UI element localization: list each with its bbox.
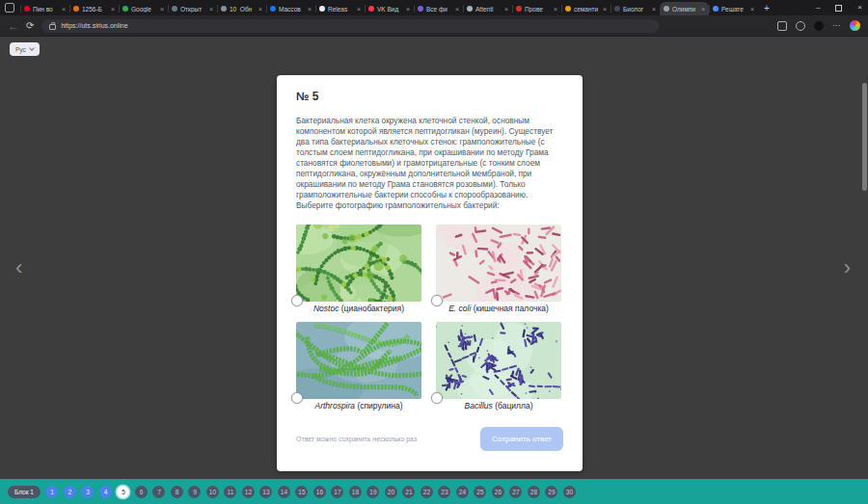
next-question-arrow[interactable]: › <box>844 257 851 279</box>
question-1-button[interactable]: 1 <box>45 486 58 498</box>
url-bar[interactable]: https://uts.sirius.online <box>41 19 659 33</box>
question-20-button[interactable]: 20 <box>385 486 397 498</box>
question-22-button[interactable]: 22 <box>420 486 433 498</box>
profile-avatar[interactable] <box>850 20 860 31</box>
tab-title: Attenti <box>475 6 502 13</box>
option-image-nostoc[interactable] <box>296 225 421 302</box>
tab-favicon-icon <box>270 6 276 12</box>
question-26-button[interactable]: 26 <box>492 486 504 498</box>
option-image-arthrospira[interactable] <box>296 322 421 399</box>
tab-close-icon[interactable]: × <box>603 6 607 13</box>
question-5-button[interactable]: 5 <box>117 486 129 498</box>
tab-close-icon[interactable]: × <box>209 6 213 13</box>
radio-button[interactable] <box>291 392 303 404</box>
tab-close-icon[interactable]: × <box>111 6 115 13</box>
question-14-button[interactable]: 14 <box>278 486 290 498</box>
tab-title: Открыт <box>180 6 206 13</box>
extension-dark-icon[interactable] <box>814 21 824 31</box>
save-answer-button[interactable]: Сохранить ответ <box>480 427 563 451</box>
tab-close-icon[interactable]: × <box>554 6 557 13</box>
question-6-button[interactable]: 6 <box>135 486 148 498</box>
radio-button[interactable] <box>431 295 443 306</box>
toolbar-actions: ⋯ <box>777 20 860 31</box>
browser-tab[interactable]: Все фи× <box>414 2 463 15</box>
sidebar-icon[interactable] <box>777 21 787 31</box>
question-29-button[interactable]: 29 <box>545 486 557 498</box>
question-3-button[interactable]: 3 <box>81 486 94 498</box>
option-image-bacillus[interactable] <box>436 322 561 399</box>
browser-tab[interactable]: Google× <box>119 2 168 15</box>
block-selector[interactable]: Блок 1 <box>8 486 41 498</box>
tab-close-icon[interactable]: × <box>406 6 410 13</box>
question-27-button[interactable]: 27 <box>509 486 522 498</box>
tab-close-icon[interactable]: × <box>62 6 66 13</box>
answer-option[interactable]: Nostoc (цианобактерия) <box>296 225 421 313</box>
question-16-button[interactable]: 16 <box>313 486 326 498</box>
browser-tab[interactable]: семанти× <box>561 2 610 15</box>
tab-close-icon[interactable]: × <box>701 6 705 13</box>
radio-button[interactable] <box>291 295 303 306</box>
tab-close-icon[interactable]: × <box>160 6 164 13</box>
prev-question-arrow[interactable]: ‹ <box>15 257 22 279</box>
browser-toolbar: ← ⟳ https://uts.sirius.online ⋯ <box>0 15 868 37</box>
browser-tab[interactable]: Attenti× <box>463 2 512 15</box>
minimize-button[interactable]: – <box>816 4 820 12</box>
radio-button[interactable] <box>431 392 443 404</box>
scrollbar-thumb[interactable] <box>862 83 867 191</box>
browser-tab[interactable]: Массов× <box>266 2 315 15</box>
reload-button[interactable]: ⟳ <box>26 20 34 31</box>
question-13-button[interactable]: 13 <box>259 486 272 498</box>
question-25-button[interactable]: 25 <box>474 486 486 498</box>
tab-close-icon[interactable]: × <box>750 6 754 13</box>
question-28-button[interactable]: 28 <box>528 486 540 498</box>
page-content: Рус ‹ › № 5 Бактериальная клетка окружен… <box>0 38 868 479</box>
browser-tab[interactable]: VK Вид× <box>365 2 414 15</box>
new-tab-button[interactable]: + <box>764 3 770 13</box>
tab-search-icon[interactable] <box>5 3 14 13</box>
question-10-button[interactable]: 10 <box>206 486 219 498</box>
browser-tab[interactable]: Решате× <box>709 2 758 15</box>
browser-tab[interactable]: Олимпи× <box>660 2 709 15</box>
question-4-button[interactable]: 4 <box>99 486 112 498</box>
tab-close-icon[interactable]: × <box>308 6 312 13</box>
question-24-button[interactable]: 24 <box>456 486 469 498</box>
browser-tab[interactable]: Releas× <box>315 2 365 15</box>
more-menu-icon[interactable]: ⋯ <box>832 21 841 30</box>
back-button[interactable]: ← <box>8 20 18 32</box>
question-text: Бактериальная клетка окружена клеточной … <box>296 116 563 211</box>
question-30-button[interactable]: 30 <box>563 486 576 498</box>
question-11-button[interactable]: 11 <box>224 486 236 498</box>
browser-tab[interactable]: 1256-Б× <box>69 2 119 15</box>
close-button[interactable]: × <box>857 4 862 12</box>
maximize-button[interactable] <box>835 5 842 12</box>
browser-tab[interactable]: Пин во× <box>20 2 69 15</box>
question-7-button[interactable]: 7 <box>152 486 165 498</box>
tab-favicon-icon <box>172 6 177 12</box>
tab-close-icon[interactable]: × <box>455 6 459 13</box>
question-9-button[interactable]: 9 <box>188 486 201 498</box>
tab-close-icon[interactable]: × <box>357 6 361 13</box>
question-15-button[interactable]: 15 <box>295 486 308 498</box>
extension-icon[interactable] <box>796 21 805 31</box>
tab-close-icon[interactable]: × <box>652 6 656 13</box>
question-2-button[interactable]: 2 <box>64 486 76 498</box>
browser-tab[interactable]: Биолог× <box>610 2 660 15</box>
language-pill[interactable]: Рус <box>10 42 40 56</box>
question-17-button[interactable]: 17 <box>331 486 343 498</box>
question-23-button[interactable]: 23 <box>438 486 450 498</box>
answer-option[interactable]: Bacillus (бацилла) <box>436 322 561 411</box>
tab-favicon-icon <box>319 6 325 12</box>
question-19-button[interactable]: 19 <box>366 486 379 498</box>
browser-tab[interactable]: 10_Обн× <box>217 2 266 15</box>
question-12-button[interactable]: 12 <box>242 486 255 498</box>
browser-tab[interactable]: Открыт× <box>168 2 217 15</box>
tab-close-icon[interactable]: × <box>258 6 262 13</box>
question-21-button[interactable]: 21 <box>402 486 415 498</box>
browser-tab[interactable]: Прове× <box>512 2 561 15</box>
answer-option[interactable]: E. coli (кишечная палочка) <box>436 225 561 313</box>
answer-option[interactable]: Arthrospira (спирулина) <box>296 322 421 411</box>
tab-close-icon[interactable]: × <box>504 6 508 13</box>
question-8-button[interactable]: 8 <box>171 486 183 498</box>
option-image-ecoli[interactable] <box>436 225 561 302</box>
question-18-button[interactable]: 18 <box>349 486 362 498</box>
